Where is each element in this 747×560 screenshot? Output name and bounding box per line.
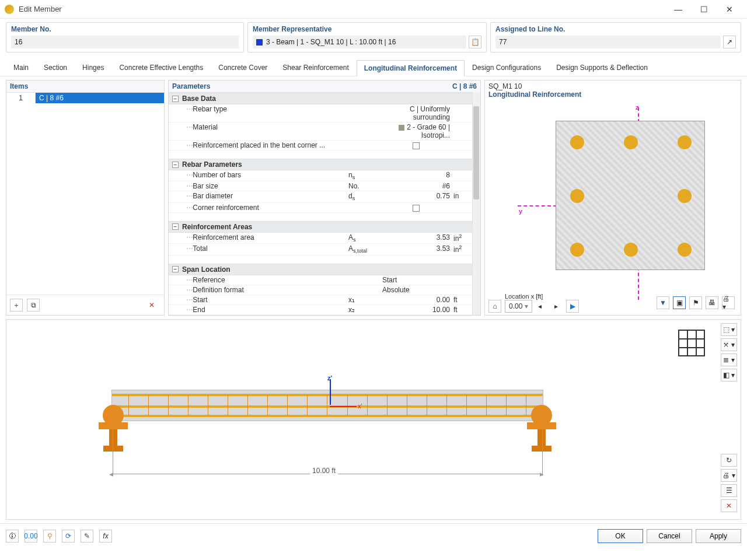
parameters-body[interactable]: −Base Data Rebar typeC | Uniformly surro… bbox=[169, 93, 480, 315]
row-num-bars[interactable]: Number of barsns8 bbox=[169, 170, 480, 181]
rebar-dot bbox=[678, 243, 692, 257]
row-corner-reinf[interactable]: Corner reinforcement bbox=[169, 203, 480, 213]
vp-print-button[interactable]: 🖨 ▾ bbox=[721, 469, 737, 482]
viewport-toolbar-bottom: ↻ 🖨 ▾ ☰ ✕ bbox=[721, 454, 737, 512]
row-rebar-type[interactable]: Rebar typeC | Uniformly surrounding bbox=[169, 104, 480, 123]
row-reinf-area[interactable]: Reinforcement areaAs3.53in2 bbox=[169, 233, 480, 244]
view-mode-button[interactable]: ▣ bbox=[673, 296, 686, 309]
cross-section-view[interactable]: z y bbox=[485, 100, 741, 290]
tab-main[interactable]: Main bbox=[6, 60, 36, 76]
minimize-button[interactable]: — bbox=[665, 1, 691, 18]
group-rebar-params[interactable]: −Rebar Parameters bbox=[169, 159, 480, 170]
material-swatch-icon bbox=[399, 125, 404, 131]
location-prev-button[interactable]: ◂ bbox=[533, 300, 546, 313]
member-viewport[interactable]: z' x' ◂ ▸ 10.00 ft ⬚ ▾ ⤧ ▾ ≣ ▾ ◧ ▾ ↻ 🖨 ▾… bbox=[6, 319, 741, 520]
vp-cube-button[interactable]: ⬚ ▾ bbox=[721, 323, 737, 336]
y-axis-label: y bbox=[519, 208, 522, 215]
vp-axes-button[interactable]: ⤧ ▾ bbox=[721, 338, 737, 351]
parameters-tag: C | 8 #6 bbox=[452, 82, 477, 90]
info-button[interactable]: 🛈 bbox=[6, 530, 19, 542]
vp-rotate-button[interactable]: ↻ bbox=[721, 454, 737, 467]
svg-rect-5 bbox=[527, 422, 556, 429]
save-object-button[interactable]: ✎ bbox=[81, 530, 93, 542]
tab-design-supports[interactable]: Design Supports & Deflection bbox=[549, 60, 655, 76]
collapse-icon[interactable]: − bbox=[172, 162, 179, 168]
formula-button[interactable]: fx bbox=[99, 530, 112, 542]
row-bar-diameter[interactable]: Bar diameterds0.75in bbox=[169, 191, 480, 202]
add-item-button[interactable]: ＋ bbox=[10, 299, 23, 312]
row-end[interactable]: Endx₂10.00ft bbox=[169, 305, 480, 315]
parameters-header: Parameters C | 8 #6 bbox=[169, 80, 480, 93]
row-bent-corner[interactable]: Reinforcement placed in the bent corner … bbox=[169, 141, 480, 150]
tab-concrete-cover[interactable]: Concrete Cover bbox=[211, 60, 275, 76]
copy-item-button[interactable]: ⧉ bbox=[27, 299, 40, 312]
apply-button[interactable]: Apply bbox=[696, 529, 741, 543]
ok-button[interactable]: OK bbox=[598, 529, 643, 543]
beam-graphic bbox=[111, 390, 543, 421]
vp-shader-button[interactable]: ◧ ▾ bbox=[721, 369, 737, 382]
rebar-dot bbox=[570, 135, 584, 149]
row-material[interactable]: Material2 - Grade 60 | Isotropi... bbox=[169, 123, 480, 141]
items-footer: ＋ ⧉ ✕ bbox=[6, 295, 164, 316]
location-next-button[interactable]: ▸ bbox=[550, 300, 563, 313]
flag-button[interactable]: ⚑ bbox=[689, 296, 702, 309]
preview-header: SQ_M1 10 Longitudinal Reinforcement bbox=[485, 80, 741, 100]
app-icon bbox=[5, 5, 14, 14]
items-body: 1 C | 8 #6 bbox=[6, 93, 164, 295]
close-button[interactable]: ✕ bbox=[717, 1, 742, 18]
group-base-data[interactable]: −Base Data bbox=[169, 93, 480, 104]
refresh-button[interactable]: ⟳ bbox=[62, 530, 75, 542]
scrollbar-track[interactable] bbox=[472, 92, 480, 315]
member-no-input[interactable]: 16 bbox=[11, 36, 239, 48]
color-swatch-icon bbox=[256, 39, 263, 46]
collapse-icon[interactable]: − bbox=[172, 96, 179, 102]
group-reinf-areas[interactable]: −Reinforcement Areas bbox=[169, 221, 480, 233]
scrollbar-thumb[interactable] bbox=[473, 106, 479, 200]
svg-rect-2 bbox=[109, 429, 117, 447]
units-button[interactable]: 0.00 bbox=[25, 530, 37, 542]
location-play-button[interactable]: ▶ bbox=[566, 300, 579, 313]
cancel-button[interactable]: Cancel bbox=[647, 529, 692, 543]
tab-design-configurations[interactable]: Design Configurations bbox=[465, 60, 549, 76]
location-spinner[interactable]: 0.00▾ bbox=[505, 300, 532, 313]
x-axis-label: x' bbox=[358, 402, 362, 410]
location-home-button[interactable]: ⌂ bbox=[488, 300, 501, 313]
delete-item-button[interactable]: ✕ bbox=[145, 299, 158, 312]
member-rep-edit-button[interactable]: 📋 bbox=[469, 36, 481, 48]
rebar-dot bbox=[678, 135, 692, 149]
tab-concrete-lengths[interactable]: Concrete Effective Lengths bbox=[111, 60, 211, 76]
row-start[interactable]: Startx₁0.00ft bbox=[169, 295, 480, 305]
assigned-line-pick-button[interactable]: ↗ bbox=[723, 36, 736, 48]
tab-hinges[interactable]: Hinges bbox=[75, 60, 111, 76]
tab-longitudinal-reinforcement[interactable]: Longitudinal Reinforcement bbox=[357, 60, 465, 76]
dimension-label: 10.00 ft bbox=[310, 467, 338, 475]
z-axis-label: z bbox=[636, 104, 639, 111]
vp-reset-button[interactable]: ✕ bbox=[721, 499, 737, 512]
vp-layers-button[interactable]: ≣ ▾ bbox=[721, 354, 737, 366]
bent-corner-checkbox[interactable] bbox=[413, 142, 420, 149]
wizard-button[interactable]: ⚲ bbox=[43, 530, 56, 542]
group-span-location[interactable]: −Span Location bbox=[169, 264, 480, 275]
vp-list-button[interactable]: ☰ bbox=[721, 484, 737, 497]
bottom-toolbar: 🛈 0.00 ⚲ ⟳ ✎ fx bbox=[6, 530, 114, 542]
navigation-cube[interactable] bbox=[678, 329, 706, 357]
row-definition-format[interactable]: Definition formatAbsolute bbox=[169, 285, 480, 295]
member-rep-input[interactable]: 3 - Beam | 1 - SQ_M1 10 | L : 10.00 ft |… bbox=[253, 36, 466, 48]
row-total-area[interactable]: TotalAs,total3.53in2 bbox=[169, 244, 480, 255]
collapse-icon[interactable]: − bbox=[172, 266, 179, 272]
collapse-icon[interactable]: − bbox=[172, 223, 179, 230]
corner-reinf-checkbox[interactable] bbox=[413, 205, 420, 212]
item-row[interactable]: 1 C | 8 #6 bbox=[6, 93, 164, 103]
snapshot-button[interactable]: 🖶 bbox=[706, 296, 718, 309]
tab-section[interactable]: Section bbox=[36, 60, 75, 76]
maximize-button[interactable]: ☐ bbox=[691, 1, 717, 18]
filter-button[interactable]: ▼ bbox=[657, 296, 669, 309]
support-left-icon bbox=[96, 405, 130, 457]
middle-area: Items 1 C | 8 #6 ＋ ⧉ ✕ Parameters C | 8 … bbox=[0, 76, 747, 319]
tab-shear-reinforcement[interactable]: Shear Reinforcement bbox=[275, 60, 356, 76]
row-bar-size[interactable]: Bar sizeNo.#6 bbox=[169, 181, 480, 191]
title-bar: Edit Member — ☐ ✕ bbox=[0, 0, 747, 19]
row-reference[interactable]: ReferenceStart bbox=[169, 275, 480, 285]
assigned-line-input[interactable]: 77 bbox=[495, 36, 721, 48]
print-button[interactable]: 🖨 ▾ bbox=[722, 296, 735, 309]
